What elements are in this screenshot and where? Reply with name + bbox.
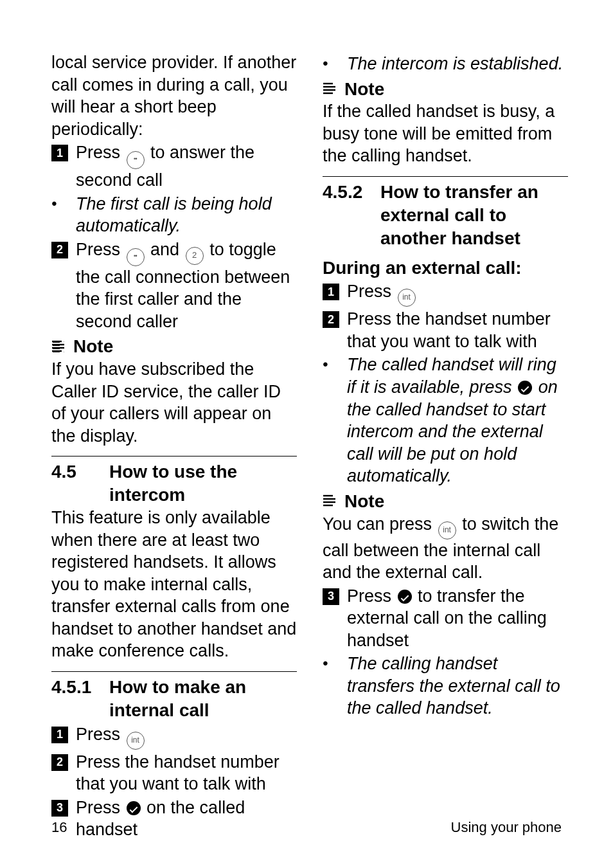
sec452-num: 4.5.2: [323, 181, 380, 249]
top-bullet-text: The intercom is established.: [347, 53, 568, 75]
r-s1-prefix: Press: [347, 282, 396, 301]
bullet1-text: The first call is being hold automatical…: [76, 193, 297, 237]
note-row-r1: Note: [323, 78, 568, 101]
sec452-title: How to transfer an external call to anot…: [380, 181, 568, 249]
section-4-5-1-head: 4.5.1 How to make an internal call: [51, 676, 297, 722]
r-key-icon: ••: [127, 151, 145, 169]
s451-step-1: 1 Press int: [51, 723, 297, 750]
s451-step-2: 2 Press the handset number that you want…: [51, 751, 297, 795]
note-icon: [323, 82, 339, 96]
sec45-num: 4.5: [51, 460, 109, 507]
divider: [51, 671, 297, 672]
talk-key-icon: [518, 381, 532, 395]
note2-body: You can press int to switch the call bet…: [323, 513, 568, 584]
r-key-icon: ••: [127, 248, 145, 266]
r-blast-text: The calling handset transfers the extern…: [347, 653, 568, 719]
sec451-num: 4.5.1: [51, 676, 109, 722]
r-s2-text: Press the handset number that you want t…: [347, 308, 568, 352]
step-badge-1: 1: [51, 145, 68, 161]
step2-mid: and: [150, 240, 184, 259]
left-step-1: 1 Press •• to answer the second call: [51, 141, 297, 192]
note-body: If you have subscribed the Caller ID ser…: [51, 358, 297, 447]
note-label-r1: Note: [344, 78, 384, 101]
note-label-r2: Note: [344, 490, 384, 513]
note-body-r1: If the called handset is busy, a busy to…: [323, 100, 568, 167]
divider: [323, 176, 568, 177]
r-step-2: 2 Press the handset number that you want…: [323, 308, 568, 352]
sec451-title: How to make an internal call: [109, 676, 297, 722]
left-step-2: 2 Press •• and 2 to toggle the call conn…: [51, 239, 297, 333]
s451-1-prefix: Press: [76, 725, 125, 744]
right-top-bullet: • The intercom is established.: [323, 53, 568, 75]
during-subhead: During an external call:: [323, 257, 568, 280]
intro-text: local service provider. If another call …: [51, 51, 297, 140]
step-badge-3: 3: [323, 588, 339, 605]
step-badge-1: 1: [51, 727, 68, 743]
r-bullet-last: • The calling handset transfers the exte…: [323, 653, 568, 719]
r-bullet-1: • The called handset will ring if it is …: [323, 354, 568, 487]
s451-2-text: Press the handset number that you want t…: [76, 751, 297, 795]
step-badge-2: 2: [51, 242, 68, 258]
step-badge-2: 2: [323, 311, 339, 328]
step2-prefix: Press: [76, 240, 125, 259]
r-s3-prefix: Press: [347, 586, 396, 606]
page-number: 16: [51, 819, 67, 836]
note2-prefix: You can press: [323, 514, 437, 534]
talk-key-icon: [127, 801, 141, 815]
footer-section: Using your phone: [451, 819, 562, 836]
talk-key-icon: [398, 590, 412, 604]
section-4-5-head: 4.5 How to use the intercom: [51, 460, 297, 507]
note-label: Note: [73, 335, 113, 358]
section-4-5-2-head: 4.5.2 How to transfer an external call t…: [323, 181, 568, 249]
step-badge-3: 3: [51, 800, 68, 817]
sec45-title: How to use the intercom: [109, 460, 297, 507]
note-row-r2: Note: [323, 490, 568, 513]
divider: [51, 456, 297, 457]
int-key-icon: int: [438, 521, 456, 539]
two-key-icon: 2: [186, 247, 204, 265]
int-key-icon: int: [127, 732, 145, 750]
r-step-3: 3 Press to transfer the external call on…: [323, 585, 568, 652]
note-icon: [51, 340, 68, 354]
int-key-icon: int: [398, 289, 416, 307]
r-step-1: 1 Press int: [323, 280, 568, 307]
left-bullet-1: • The first call is being hold automatic…: [51, 193, 297, 237]
note-icon: [323, 494, 339, 508]
sec45-body: This feature is only available when ther…: [51, 507, 297, 662]
step1-prefix: Press: [76, 143, 125, 162]
step-badge-1: 1: [323, 284, 339, 300]
s451-3-prefix: Press: [76, 798, 125, 817]
note-row: Note: [51, 335, 297, 358]
step-badge-2: 2: [51, 754, 68, 771]
